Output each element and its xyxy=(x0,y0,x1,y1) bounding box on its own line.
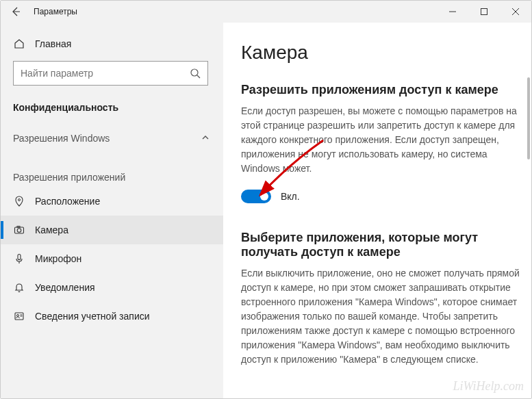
svg-rect-10 xyxy=(18,255,21,260)
home-icon xyxy=(13,38,25,50)
group-windows-permissions[interactable]: Разрешения Windows xyxy=(1,120,223,149)
microphone-icon xyxy=(13,253,25,265)
close-icon xyxy=(512,5,519,18)
back-arrow-icon xyxy=(10,5,22,18)
maximize-icon xyxy=(481,5,487,18)
window-title: Параметры xyxy=(34,7,77,16)
group-label: Разрешения приложений xyxy=(13,172,125,183)
main-content: Камера Разрешить приложениям доступ к ка… xyxy=(223,23,531,398)
home-label: Главная xyxy=(35,38,71,49)
group-app-permissions[interactable]: Разрешения приложений xyxy=(1,149,223,187)
sidebar-item-location[interactable]: Расположение xyxy=(1,187,223,216)
camera-access-toggle[interactable] xyxy=(241,190,271,203)
search-box[interactable] xyxy=(13,61,208,86)
search-icon xyxy=(190,68,201,79)
titlebar: Параметры xyxy=(1,1,531,23)
svg-rect-1 xyxy=(481,9,487,15)
camera-icon xyxy=(13,224,25,236)
svg-point-13 xyxy=(17,315,19,317)
maximize-button[interactable] xyxy=(468,1,500,23)
camera-access-toggle-row: Вкл. xyxy=(241,190,520,203)
svg-point-8 xyxy=(17,229,21,233)
home-link[interactable]: Главная xyxy=(1,31,223,57)
location-icon xyxy=(13,195,25,207)
scrollbar-thumb[interactable] xyxy=(527,77,530,159)
account-icon xyxy=(13,310,25,322)
section-allow-apps-desc: Если доступ разрешен, вы можете с помощь… xyxy=(241,104,520,176)
window-body: Главная Конфиденциальность Разрешения Wi… xyxy=(1,23,531,398)
sidebar-item-label: Расположение xyxy=(35,196,100,207)
minimize-button[interactable] xyxy=(437,1,468,23)
toggle-knob xyxy=(260,192,268,201)
sidebar-item-account-info[interactable]: Сведения учетной записи xyxy=(1,302,223,331)
chevron-up-icon xyxy=(201,132,210,144)
minimize-icon xyxy=(449,5,456,18)
page-title: Камера xyxy=(241,42,520,64)
settings-window: Параметры Главная xyxy=(0,0,532,399)
group-label: Разрешения Windows xyxy=(13,133,110,144)
sidebar-item-label: Сведения учетной записи xyxy=(35,311,150,322)
section-choose-apps-desc: Если выключить приложение, оно не сможет… xyxy=(241,266,520,367)
back-button[interactable] xyxy=(1,1,31,23)
section-choose-apps-title: Выберите приложения, которые могут получ… xyxy=(241,231,520,259)
sidebar-item-microphone[interactable]: Микрофон xyxy=(1,244,223,273)
sidebar: Главная Конфиденциальность Разрешения Wi… xyxy=(1,23,223,398)
toggle-state-label: Вкл. xyxy=(281,191,300,202)
sidebar-item-label: Камера xyxy=(35,224,68,235)
bell-icon xyxy=(13,281,25,294)
sidebar-item-notifications[interactable]: Уведомления xyxy=(1,273,223,302)
sidebar-item-label: Микрофон xyxy=(35,253,81,264)
svg-line-5 xyxy=(197,75,200,78)
sidebar-item-camera[interactable]: Камера xyxy=(1,216,223,244)
sidebar-item-label: Уведомления xyxy=(35,282,95,293)
category-header: Конфиденциальность xyxy=(1,92,223,120)
search-input[interactable] xyxy=(21,68,190,79)
svg-point-6 xyxy=(18,199,21,201)
close-button[interactable] xyxy=(500,1,531,23)
search-wrap xyxy=(1,57,223,92)
section-allow-apps-title: Разрешить приложениям доступ к камере xyxy=(241,83,520,97)
svg-point-4 xyxy=(191,69,198,76)
